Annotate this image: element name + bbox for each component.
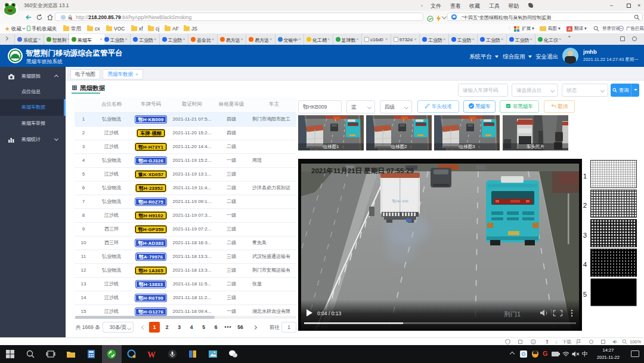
svg-text:鄂Hk• 609: 鄂Hk• 609 [392,199,408,204]
svg-text:×: × [70,17,73,20]
svg-text:2021年11月21日 星期日 07:55:29: 2021年11月21日 星期日 07:55:29 [311,167,414,174]
svg-text:0:04 / 0:13: 0:04 / 0:13 [317,310,341,316]
svg-text:荆门1: 荆门1 [504,310,521,318]
